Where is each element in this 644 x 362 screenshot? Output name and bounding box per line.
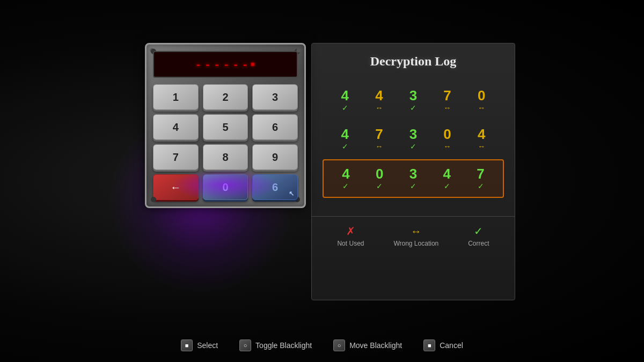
log-digit: 4 (443, 167, 451, 181)
log-indicator: ✓ (342, 104, 348, 112)
log-digit: 4 (341, 88, 349, 102)
corner-screw-bl (151, 197, 156, 202)
log-indicator: ↔ (478, 104, 485, 112)
log-indicator: ↔ (375, 142, 383, 151)
log-row-1: 4 ✓ 4 ↔ 3 ✓ 7 ↔ 0 ↔ (323, 82, 504, 119)
key-9[interactable]: 9 (252, 144, 298, 170)
log-digit: 0 (443, 127, 451, 141)
key-4[interactable]: 4 (153, 114, 199, 140)
legend-correct: ✓ Correct (468, 225, 489, 247)
log-digit: 7 (375, 127, 383, 141)
display-dashes: - - - - - - (196, 57, 248, 71)
key-2[interactable]: 2 (203, 84, 248, 110)
log-row-2: 4 ✓ 7 ↔ 3 ✓ 0 ↔ 4 ↔ (323, 121, 504, 157)
log-digit: 3 (409, 88, 417, 102)
key-7[interactable]: 7 (153, 144, 199, 170)
log-indicator: ↔ (478, 142, 485, 151)
legend-not-used: ✗ Not Used (337, 225, 364, 247)
cancel-label: Cancel (440, 341, 463, 350)
log-cell-2-2: 7 ↔ (368, 127, 390, 151)
key-confirm[interactable]: 6 (252, 174, 298, 200)
move-blacklight-label: Move Blacklight (349, 341, 402, 350)
log-row-3-active: 4 ✓ 0 ✓ 3 ✓ 4 ✓ 7 ✓ (323, 159, 504, 198)
key-5[interactable]: 5 (203, 114, 248, 140)
log-rows: 4 ✓ 4 ↔ 3 ✓ 7 ↔ 0 ↔ (312, 77, 515, 205)
log-cell-1-5: 0 ↔ (471, 88, 492, 112)
log-cell-2-4: 0 ↔ (437, 127, 458, 151)
bottom-bar: ■ Select ○ Toggle Blacklight ○ Move Blac… (0, 339, 644, 351)
cancel-button-icon[interactable]: ■ (423, 339, 435, 351)
main-content: - - - - - - 1 2 3 4 5 6 7 8 9 ← 0 6 Dec (145, 43, 515, 300)
log-cell-3-5: 7 ✓ (470, 167, 492, 190)
log-digit: 4 (342, 167, 349, 181)
key-backspace[interactable]: ← (153, 174, 199, 200)
key-1[interactable]: 1 (153, 84, 199, 110)
log-indicator: ✓ (376, 182, 383, 190)
select-button-icon[interactable]: ■ (181, 339, 193, 351)
log-cell-2-3: 3 ✓ (402, 127, 424, 151)
log-digit: 3 (409, 167, 417, 181)
keypad-display: - - - - - - (153, 51, 298, 78)
key-3[interactable]: 3 (252, 84, 298, 110)
keypad: - - - - - - 1 2 3 4 5 6 7 8 9 ← 0 6 (145, 43, 306, 208)
correct-icon: ✓ (474, 225, 483, 238)
not-used-icon: ✗ (346, 225, 355, 238)
log-indicator: ↔ (444, 104, 451, 112)
log-indicator: ✓ (410, 142, 416, 151)
key-0[interactable]: 0 (203, 174, 248, 200)
log-cell-3-2: 0 ✓ (369, 167, 390, 190)
log-indicator: ✓ (342, 182, 349, 190)
display-indicator (251, 63, 254, 66)
log-cell-3-4: 4 ✓ (436, 167, 458, 190)
wrong-location-label: Wrong Location (393, 240, 438, 247)
log-cell-1-1: 4 ✓ (334, 88, 356, 112)
action-toggle-blacklight: ○ Toggle Blacklight (239, 339, 312, 351)
log-cell-3-1: 4 ✓ (335, 167, 356, 190)
key-6[interactable]: 6 (252, 114, 298, 140)
not-used-label: Not Used (337, 240, 364, 247)
log-indicator: ↔ (375, 104, 383, 112)
log-cell-1-2: 4 ↔ (368, 88, 390, 112)
key-8[interactable]: 8 (203, 144, 248, 170)
log-indicator: ✓ (410, 104, 416, 112)
log-digit: 7 (443, 88, 451, 102)
log-cell-2-1: 4 ✓ (334, 127, 356, 151)
log-cell-1-3: 3 ✓ (402, 88, 424, 112)
toggle-blacklight-button-icon[interactable]: ○ (239, 339, 251, 351)
log-indicator: ✓ (410, 182, 416, 190)
action-move-blacklight: ○ Move Blacklight (333, 339, 402, 351)
correct-label: Correct (468, 240, 489, 247)
log-digit: 4 (375, 88, 383, 102)
log-indicator: ↔ (444, 142, 451, 151)
log-cell-2-5: 4 ↔ (471, 127, 492, 151)
action-select: ■ Select (181, 339, 218, 351)
log-cell-1-4: 7 ↔ (437, 88, 458, 112)
log-indicator: ✓ (478, 182, 484, 190)
log-digit: 0 (478, 88, 485, 102)
key-grid: 1 2 3 4 5 6 7 8 9 ← 0 6 (153, 84, 298, 200)
log-indicator: ✓ (444, 182, 450, 190)
log-digit: 7 (477, 167, 484, 181)
log-cell-3-3: 3 ✓ (402, 167, 424, 190)
legend-wrong-location: ↔ Wrong Location (393, 225, 438, 247)
wrong-location-icon: ↔ (411, 225, 421, 238)
legend: ✗ Not Used ↔ Wrong Location ✓ Correct (312, 216, 515, 255)
log-digit: 3 (409, 127, 417, 141)
move-blacklight-button-icon[interactable]: ○ (333, 339, 345, 351)
log-digit: 4 (478, 127, 485, 141)
keypad-wrapper: - - - - - - 1 2 3 4 5 6 7 8 9 ← 0 6 (145, 43, 311, 225)
log-digit: 0 (376, 167, 383, 181)
select-label: Select (197, 341, 218, 350)
log-digit: 4 (341, 127, 349, 141)
toggle-blacklight-label: Toggle Blacklight (255, 341, 312, 350)
log-indicator: ✓ (342, 142, 348, 151)
action-cancel: ■ Cancel (423, 339, 463, 351)
decryption-log-panel: Decryption Log 4 ✓ 4 ↔ 3 ✓ 7 ↔ (311, 43, 515, 300)
log-title: Decryption Log (312, 43, 515, 77)
